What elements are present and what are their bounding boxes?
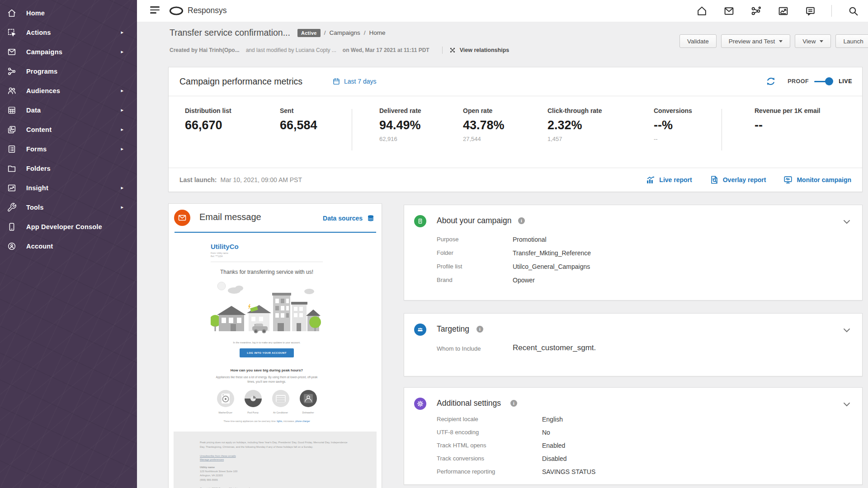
programs-icon[interactable] <box>750 5 762 17</box>
metrics-controls: PROOF LIVE <box>765 75 852 87</box>
campaigns-icon <box>6 47 17 57</box>
breadcrumb-campaigns[interactable]: Campaigns <box>330 29 360 36</box>
air-conditioner-icon <box>272 389 290 408</box>
sidebar-item-programs[interactable]: Programs <box>0 61 137 81</box>
email-subhead: How can you save big during peak hours? <box>211 368 323 372</box>
about-icon <box>414 215 426 227</box>
chevron-down-icon[interactable] <box>843 218 850 226</box>
chevron-down-icon[interactable] <box>843 400 850 408</box>
overlay-report-link[interactable]: Overlay report <box>709 175 766 185</box>
metrics-title: Campaign performance metrics <box>179 76 302 87</box>
preview-and-test-button[interactable]: Preview and Test <box>721 34 791 48</box>
sidebar-item-content[interactable]: Content ▸ <box>0 120 137 139</box>
refresh-icon[interactable] <box>765 75 777 87</box>
live-report-link[interactable]: Live report <box>646 175 692 185</box>
insight-icon[interactable] <box>777 5 789 17</box>
targeting-panel: Targeting i Whom to IncludeRecent_custom… <box>404 313 863 376</box>
field-recipient-locale: Recipient localeEnglish <box>437 416 563 423</box>
sidebar-item-app-developer-console[interactable]: App Developer Console <box>0 217 137 236</box>
field-performance-reporting: Performance reportingSAVINGS STATUS <box>437 468 595 475</box>
sidebar-item-account[interactable]: Account <box>0 236 137 256</box>
info-icon[interactable]: i <box>510 400 517 407</box>
email-footer: Peak pricing does not apply on holidays,… <box>174 432 377 488</box>
about-campaign-panel: About your campaign i PurposePromotional… <box>404 205 863 300</box>
settings-panel-title: Additional settings <box>437 399 501 408</box>
sidebar-item-campaigns[interactable]: Campaigns ▸ <box>0 42 137 61</box>
topbar: Responsys <box>137 0 868 22</box>
sidebar-item-forms[interactable]: Forms ▸ <box>0 139 137 159</box>
email-link[interactable]: lights, <box>277 420 283 422</box>
chevron-right-icon: ▸ <box>121 204 123 210</box>
sidebar-item-insight[interactable]: Insight ▸ <box>0 178 137 197</box>
oracle-logo <box>169 6 184 18</box>
page-title: Transfer service confirmation... <box>170 28 290 38</box>
email-preview: UtilityCo From: Utility nameRef: ***1234… <box>169 233 382 488</box>
sidebar-item-actions[interactable]: Actions ▸ <box>0 23 137 42</box>
sidebar-item-folders[interactable]: Folders <box>0 159 137 178</box>
settings-icon <box>414 398 426 410</box>
search-icon[interactable] <box>847 5 859 17</box>
tools-icon <box>6 202 17 213</box>
proof-live-toggle[interactable] <box>814 77 833 85</box>
appliance-washer: Washer/Dryer <box>216 389 236 415</box>
home-icon <box>6 8 17 19</box>
field-track-html-opens: Track HTML opensEnabled <box>437 442 565 449</box>
menu-icon[interactable] <box>150 6 160 14</box>
sidebar-item-label: Forms <box>26 145 47 153</box>
field-track-conversions: Track conversionsDisabled <box>437 455 566 462</box>
proof-label: PROOF <box>788 78 809 84</box>
metric-revenue-per-1k: Revenue per 1K email-- <box>755 107 821 132</box>
email-address-line: 123 Northbrook Street Suite 100 <box>200 469 350 474</box>
date-range-selector[interactable]: Last 7 days <box>332 77 377 85</box>
validate-button[interactable]: Validate <box>679 34 717 48</box>
sidebar-item-label: Campaigns <box>26 48 62 56</box>
log-into-account-button[interactable]: LOG INTO YOUR ACCOUNT <box>240 348 294 357</box>
metric-click-through-rate: Click-through rate2.32%1,457 <box>547 107 602 142</box>
sidebar-item-data[interactable]: Data ▸ <box>0 100 137 120</box>
launch-button[interactable]: Launch <box>835 34 868 48</box>
targeting-icon <box>414 324 426 336</box>
breadcrumb-home[interactable]: Home <box>369 29 386 36</box>
appliance-icons-row: Washer/Dryer Pool Pump Air Conditioner D… <box>211 389 323 415</box>
live-report-icon <box>646 175 656 185</box>
neighborhood-illustration <box>211 279 321 337</box>
email-link[interactable]: phone charger <box>295 420 310 422</box>
data-sources-label: Data sources <box>323 215 363 222</box>
title-row: Transfer service confirmation... Active … <box>170 28 386 38</box>
dishwasher-icon <box>299 389 317 408</box>
info-icon[interactable]: i <box>518 217 525 224</box>
appliance-pool-pump: Pool Pump <box>243 389 263 415</box>
sidebar-item-tools[interactable]: Tools ▸ <box>0 197 137 217</box>
info-icon[interactable]: i <box>476 326 483 333</box>
email-company-name: Utility name <box>200 465 350 469</box>
home-icon[interactable] <box>696 5 708 17</box>
modified-by-text: and last modified by Luciana Copty ... <box>246 47 336 53</box>
unsubscribe-link[interactable]: Unsubscribe from these emails <box>200 455 350 457</box>
data-icon <box>6 105 17 116</box>
email-brand-logo: UtilityCo <box>211 243 323 250</box>
additional-settings-panel: Additional settings i Recipient localeEn… <box>404 387 863 485</box>
mail-icon[interactable] <box>723 5 735 17</box>
chevron-down-icon[interactable] <box>843 326 850 334</box>
sidebar-item-label: Account <box>26 243 53 250</box>
app-window: Home Actions ▸ Campaigns ▸ Programs Audi… <box>0 0 868 488</box>
sidebar-item-label: Tools <box>26 204 44 211</box>
view-button[interactable]: View <box>795 34 831 48</box>
email-legal-text: Peak pricing does not apply on holidays,… <box>200 441 350 449</box>
sidebar-item-home[interactable]: Home <box>0 3 137 23</box>
monitor-campaign-link[interactable]: Monitor campaign <box>783 175 851 185</box>
email-card-header: Email message Data sources <box>169 204 382 233</box>
sidebar-item-label: Content <box>26 126 52 133</box>
view-relationships-link[interactable]: View relationships <box>449 47 509 54</box>
about-panel-title: About your campaign <box>437 216 511 225</box>
sidebar-item-audiences[interactable]: Audiences ▸ <box>0 81 137 100</box>
sidebar-item-label: Actions <box>26 29 51 36</box>
breadcrumb-separator: / <box>324 29 326 36</box>
feedback-icon[interactable] <box>804 5 816 17</box>
brand-name: Responsys <box>188 6 227 15</box>
campaign-performance-card: Campaign performance metrics Last 7 days… <box>168 67 863 192</box>
sidebar-item-label: App Developer Console <box>26 223 102 230</box>
email-message-card: Email message Data sources UtilityCo Fro… <box>168 203 382 488</box>
header-actions: Validate Preview and Test View Launch <box>679 34 868 48</box>
data-sources-link[interactable]: Data sources <box>323 214 375 223</box>
